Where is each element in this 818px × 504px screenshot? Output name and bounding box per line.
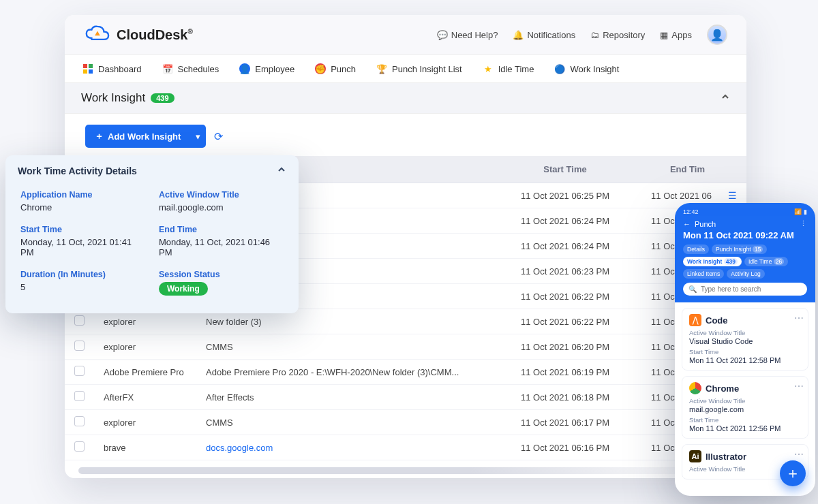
- phone-timestamp: Mon 11 Oct 2021 09:22 AM: [683, 230, 807, 240]
- work-insight-icon: 🔵: [554, 63, 565, 74]
- refresh-button[interactable]: ⟳: [214, 130, 223, 143]
- table-row[interactable]: bravedocs.google.com11 Oct 2021 06:16 PM…: [65, 435, 746, 460]
- app-header: CloudDesk® 💬 Need Help? 🔔 Notifications …: [65, 15, 746, 55]
- kebab-icon[interactable]: ⋯: [794, 449, 804, 460]
- phone-search-input[interactable]: [701, 285, 802, 293]
- plus-icon: ＋: [95, 130, 104, 142]
- row-checkbox[interactable]: [74, 416, 85, 426]
- card-sublabel: Active Window Title: [689, 397, 801, 405]
- cell-start: 11 Oct 2021 06:24 PM: [500, 234, 630, 259]
- card-sublabel: Start Time: [689, 416, 801, 424]
- phone-card[interactable]: ⋯ChromeActive Window Titlemail.google.co…: [682, 376, 808, 439]
- table-row[interactable]: explorerCMMS11 Oct 2021 06:17 PM11 Oct 2…: [65, 410, 746, 435]
- card-title: Chrome: [706, 383, 739, 394]
- punch-icon: ✊: [315, 63, 326, 74]
- table-row[interactable]: Adobe Premiere ProAdobe Premiere Pro 202…: [65, 360, 746, 385]
- table-row[interactable]: AfterFXAfter Effects11 Oct 2021 06:18 PM…: [65, 385, 746, 410]
- chevron-up-icon[interactable]: [277, 165, 286, 176]
- cell-start: 11 Oct 2021 06:20 PM: [500, 334, 630, 360]
- tab-schedules[interactable]: 📅Schedules: [162, 63, 219, 74]
- table-row[interactable]: explorerCloudDesk webpage11 Oct 2021 06:…: [65, 460, 746, 464]
- row-checkbox[interactable]: [74, 366, 85, 376]
- chip-idle-time[interactable]: Idle Time 26: [744, 257, 788, 266]
- chip-work-insight[interactable]: Work Insight 439: [683, 257, 742, 266]
- row-checkbox[interactable]: [74, 391, 85, 401]
- kebab-icon[interactable]: ⋯: [794, 313, 804, 324]
- employee-icon: 👤: [239, 63, 250, 74]
- card-value: Mon 11 Oct 2021 12:56 PM: [689, 424, 801, 432]
- add-dropdown-button[interactable]: ▾: [190, 125, 206, 148]
- help-link[interactable]: 💬 Need Help?: [437, 30, 498, 40]
- kebab-icon[interactable]: ⋯: [794, 381, 804, 392]
- horizontal-scrollbar[interactable]: [78, 467, 733, 474]
- field-end-time: End Time Monday, 11 Oct, 2021 01:46 PM: [159, 225, 284, 257]
- chip-activity-log[interactable]: Activity Log: [727, 269, 764, 279]
- cell-start: 11 Oct 2021 06:23 PM: [500, 259, 630, 284]
- field-application-name: Application Name Chrome: [20, 190, 145, 212]
- apps-link[interactable]: ▦ Apps: [660, 30, 692, 40]
- cell-start: 11 Oct 2021 06:17 PM: [500, 410, 630, 435]
- row-checkbox[interactable]: [74, 441, 85, 452]
- tab-employee[interactable]: 👤Employee: [239, 63, 294, 74]
- phone-search[interactable]: 🔍: [683, 283, 807, 296]
- card-value: Visual Studio Code: [689, 337, 801, 345]
- tab-idle-time[interactable]: ★Idle Time: [483, 63, 534, 74]
- popover-title: Work Time Activity Details: [18, 166, 137, 176]
- grid-icon: ▦: [660, 30, 668, 40]
- row-checkbox[interactable]: [74, 341, 85, 351]
- dashboard-icon: [82, 63, 93, 74]
- tab-punch-insight[interactable]: 🏆Punch Insight List: [376, 63, 462, 74]
- svg-rect-1: [89, 64, 93, 68]
- chat-icon: 💬: [437, 30, 448, 40]
- row-checkbox[interactable]: [74, 315, 85, 326]
- col-start-time[interactable]: Start Time: [500, 156, 630, 183]
- chip-details[interactable]: Details: [683, 245, 709, 254]
- cell-app: brave: [94, 435, 196, 460]
- phone-header: 12:42 📶 ▮ ← Punch ⋮ Mon 11 Oct 2021 09:2…: [675, 203, 815, 302]
- svg-rect-0: [83, 64, 87, 68]
- tab-dashboard[interactable]: Dashboard: [82, 63, 142, 74]
- tab-work-insight[interactable]: 🔵Work Insight: [554, 63, 619, 74]
- cell-title: CMMS: [196, 334, 500, 360]
- cell-app: explorer: [94, 334, 196, 360]
- notifications-link[interactable]: 🔔 Notifications: [513, 30, 575, 40]
- calendar-icon: 📅: [162, 63, 173, 74]
- card-sublabel: Start Time: [689, 348, 801, 356]
- popover-header[interactable]: Work Time Activity Details: [5, 155, 299, 186]
- chip-punch-insight[interactable]: Punch Insight 15: [712, 245, 767, 254]
- mobile-preview: 12:42 📶 ▮ ← Punch ⋮ Mon 11 Oct 2021 09:2…: [675, 203, 815, 496]
- chevron-up-icon[interactable]: [721, 92, 730, 104]
- add-work-insight-button[interactable]: ＋ Add Work Insight: [85, 125, 190, 148]
- col-end-time[interactable]: End Tim: [630, 156, 718, 183]
- header-right: 💬 Need Help? 🔔 Notifications 🗂 Repositor…: [437, 25, 727, 45]
- signal-icon: 📶 ▮: [794, 208, 807, 215]
- chip-linked-items[interactable]: Linked Items: [683, 269, 724, 279]
- avatar[interactable]: 👤: [707, 25, 727, 45]
- phone-back-label[interactable]: Punch: [695, 220, 716, 228]
- field-window-title: Active Window Title mail.google.com: [159, 190, 284, 212]
- section-header[interactable]: Work Insight 439: [65, 83, 746, 114]
- kebab-icon[interactable]: ⋮: [800, 219, 807, 228]
- cell-start: 11 Oct 2021 06:22 PM: [500, 284, 630, 309]
- fab-add-button[interactable]: ＋: [780, 460, 806, 486]
- star-icon: ★: [483, 63, 494, 74]
- tab-punch[interactable]: ✊Punch: [315, 63, 356, 74]
- row-action-icon[interactable]: ☰: [728, 190, 737, 201]
- toolbar: ＋ Add Work Insight ▾ ⟳: [65, 114, 746, 156]
- cell-title[interactable]: docs.google.com: [196, 435, 500, 460]
- svg-rect-3: [89, 69, 93, 74]
- svg-rect-2: [83, 69, 87, 74]
- cell-start: 11 Oct 2021 06:16 PM: [500, 435, 630, 460]
- card-value: mail.google.com: [689, 405, 801, 413]
- field-duration: Duration (In Minutes) 5: [20, 270, 145, 296]
- table-row[interactable]: explorerCMMS11 Oct 2021 06:20 PM11 Oct 2…: [65, 334, 746, 360]
- repository-link[interactable]: 🗂 Repository: [590, 30, 645, 40]
- cell-app: explorer: [94, 460, 196, 464]
- section-title: Work Insight 439: [81, 91, 175, 105]
- back-arrow-icon[interactable]: ←: [683, 220, 691, 228]
- bell-icon: 🔔: [513, 30, 524, 40]
- phone-card[interactable]: ⋯⧸⧹CodeActive Window TitleVisual Studio …: [682, 308, 808, 371]
- trophy-icon: 🏆: [376, 63, 387, 74]
- count-badge: 439: [151, 93, 174, 103]
- brand-logo-icon: [84, 25, 110, 44]
